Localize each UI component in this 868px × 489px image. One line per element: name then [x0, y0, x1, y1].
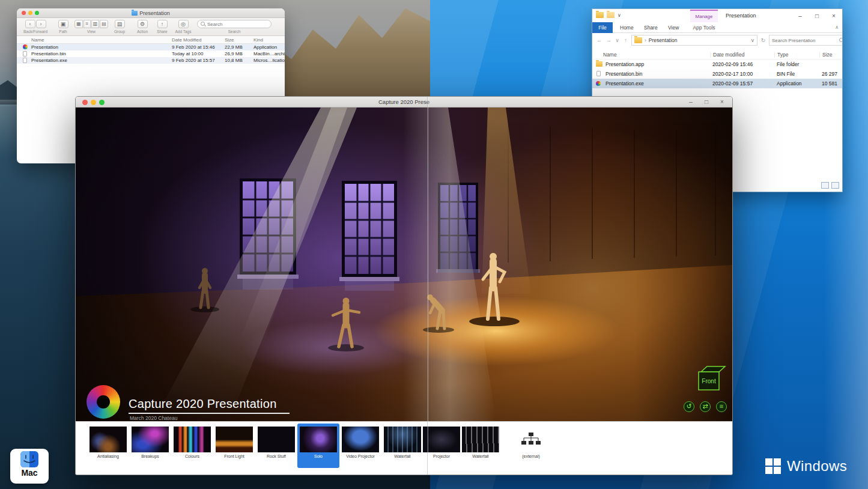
up-icon[interactable]: ↑: [622, 37, 630, 43]
tab-file[interactable]: File: [592, 22, 613, 33]
view-icons-icon[interactable]: ▦: [74, 20, 83, 28]
column-type[interactable]: Type: [774, 52, 788, 58]
forward-icon[interactable]: ›: [36, 20, 46, 28]
traffic-light-zoom[interactable]: [35, 11, 39, 15]
thumbnail-front-light[interactable]: Front Light: [213, 424, 255, 468]
menu-icon[interactable]: ≡: [716, 401, 727, 412]
thumbnail-view-icon[interactable]: [831, 182, 839, 189]
details-view-icon[interactable]: [821, 182, 829, 189]
forward-icon[interactable]: →: [605, 37, 613, 43]
thumbnail-breakups[interactable]: Breakups: [129, 424, 171, 468]
quick-access-toolbar[interactable]: ∨: [596, 12, 621, 18]
scene-thumbnail-image: [174, 427, 211, 452]
thumbnail-waterfall-2[interactable]: Waterfall: [460, 424, 502, 468]
qat-dropdown-icon[interactable]: ∨: [618, 13, 621, 18]
thumbnail-solo-selected[interactable]: Solo: [297, 424, 339, 468]
file-type: BIN File: [777, 71, 795, 77]
close-button[interactable]: ×: [825, 9, 842, 22]
share-icon[interactable]: ↑: [157, 20, 168, 28]
file-row-presentation-exe[interactable]: Presentation.exe 9 Feb 2020 at 15:57 10,…: [17, 57, 285, 64]
file-row-presentation-bin[interactable]: Presentation.bin Today at 10:00 26,9 MB …: [17, 50, 285, 57]
finder-search-field[interactable]: [197, 20, 272, 28]
maximize-button[interactable]: □: [809, 9, 825, 22]
window-controls: – □ ×: [792, 9, 842, 22]
file-row-presentation-app[interactable]: Presentation 9 Feb 2020 at 15:46 22,9 MB…: [17, 44, 285, 50]
address-dropdown-icon[interactable]: ∨: [751, 37, 754, 43]
thumbnail-video-projector[interactable]: Video Projector: [339, 424, 381, 468]
recent-locations-icon[interactable]: ∨: [615, 37, 620, 43]
share-button[interactable]: ↑ Share: [153, 20, 172, 34]
scene-thumbnail-image: [423, 427, 460, 452]
file-row-presentation-app[interactable]: Presentation.app 2020-02-09 15:46 File f…: [592, 59, 842, 69]
column-name[interactable]: Name: [601, 52, 617, 58]
pan-icon[interactable]: ⇄: [700, 401, 711, 412]
back-icon[interactable]: ‹: [25, 20, 35, 28]
thumbnail-waterfall[interactable]: Waterfall: [381, 424, 423, 468]
capture-logo: [86, 385, 120, 419]
traffic-light-minimize[interactable]: [28, 11, 32, 15]
tab-app-tools[interactable]: App Tools: [690, 25, 718, 31]
windows-logo-icon: [765, 458, 781, 474]
search-icon: [201, 22, 205, 26]
add-tags-button[interactable]: ◎ Add Tags: [171, 20, 196, 34]
tab-view[interactable]: View: [668, 25, 679, 31]
traffic-light-close[interactable]: [82, 100, 88, 105]
column-kind[interactable]: Kind: [253, 37, 263, 43]
breadcrumb-chevron-icon: ›: [645, 37, 646, 43]
view-cube[interactable]: Front: [696, 365, 726, 392]
group-button[interactable]: ▤ Group: [108, 20, 131, 34]
thumbnail-rock-stuff[interactable]: Rock Stuff: [255, 424, 297, 468]
path-button[interactable]: ▣ Path: [53, 20, 73, 34]
ribbon-collapse-icon[interactable]: ∧: [835, 25, 839, 30]
close-button[interactable]: ×: [714, 97, 730, 108]
path-label: Path: [53, 29, 73, 34]
add-tags-icon[interactable]: ◎: [178, 20, 189, 28]
back-forward-buttons[interactable]: ‹ › Back/Forward: [18, 20, 53, 34]
maximize-button[interactable]: □: [699, 97, 714, 108]
column-date-modified[interactable]: Date modified: [710, 52, 744, 58]
view-switcher[interactable]: ▦ ≡ ▥ ▤ View: [74, 20, 108, 34]
column-date-modified[interactable]: Date Modified: [172, 37, 201, 43]
explorer-search-input[interactable]: [772, 38, 838, 43]
file-row-presentation-exe-selected[interactable]: Presentation.exe 2020-02-09 15:57 Applic…: [592, 79, 842, 88]
column-name[interactable]: Name: [31, 37, 44, 43]
column-size[interactable]: Size: [819, 52, 833, 58]
file-row-presentation-bin[interactable]: Presentation.bin 2020-02-17 10:00 BIN Fi…: [592, 69, 842, 79]
view-gallery-icon[interactable]: ▤: [100, 20, 108, 28]
explorer-search-field[interactable]: [769, 35, 843, 46]
action-button[interactable]: ⚙ Action: [131, 20, 154, 34]
file-name: Presentation: [31, 44, 58, 50]
action-label: Action: [131, 29, 154, 34]
view-list-icon[interactable]: ≡: [83, 20, 91, 28]
traffic-light-close[interactable]: [22, 11, 26, 15]
thumbnail-antialiasing[interactable]: Antialiasing: [87, 424, 129, 468]
stage-3d-viewport[interactable]: Capture 2020 Presentation March 2020 Cha…: [76, 108, 733, 421]
view-columns-icon[interactable]: ▥: [91, 20, 100, 28]
refresh-icon[interactable]: ↻: [759, 37, 767, 43]
minimize-button[interactable]: –: [792, 9, 809, 22]
minimize-button[interactable]: –: [683, 97, 699, 108]
group-icon[interactable]: ▤: [115, 20, 125, 28]
file-name: Presentation.bin: [31, 51, 66, 56]
capture-window-title: Capture 2020 Prese: [378, 99, 429, 105]
thumbnail-colours[interactable]: Colours: [171, 424, 213, 468]
thumbnail-external[interactable]: (external): [510, 424, 552, 468]
gear-icon[interactable]: ⚙: [138, 20, 148, 28]
presentation-subtitle: March 2020 Chateau: [130, 415, 177, 421]
finder-search-input[interactable]: [207, 22, 268, 27]
traffic-light-minimize[interactable]: [91, 100, 96, 105]
address-input[interactable]: › Presentation ∨: [631, 35, 757, 46]
orbit-icon[interactable]: ↺: [684, 401, 694, 412]
manage-contextual-tab[interactable]: Manage: [690, 10, 718, 22]
add-tags-label: Add Tags: [171, 29, 196, 34]
traffic-light-zoom[interactable]: [99, 100, 105, 105]
tab-home[interactable]: Home: [620, 25, 634, 31]
path-icon[interactable]: ▣: [58, 20, 68, 28]
breadcrumb[interactable]: Presentation: [649, 37, 678, 43]
back-icon[interactable]: ←: [595, 37, 603, 43]
file-kind: Micros…lication: [253, 58, 285, 63]
file-date: 2020-02-09 15:57: [712, 80, 753, 87]
column-size[interactable]: Size: [225, 37, 234, 43]
tab-share[interactable]: Share: [644, 25, 658, 31]
finder-column-headers: Name Date Modified Size Kind: [17, 36, 285, 44]
